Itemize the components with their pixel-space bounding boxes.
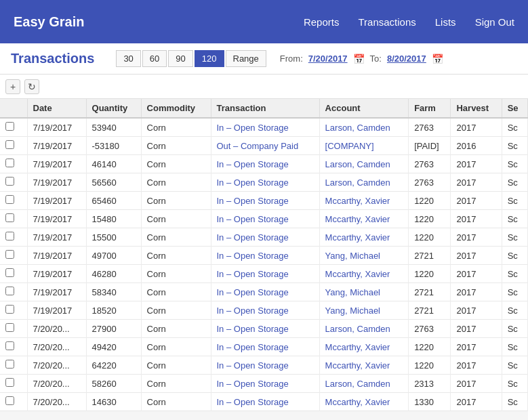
row-farm: 2763 bbox=[409, 155, 451, 173]
col-date[interactable]: Date bbox=[27, 99, 86, 118]
nav-lists[interactable]: Lists bbox=[435, 16, 456, 28]
row-checkbox[interactable] bbox=[0, 173, 27, 192]
row-account[interactable]: Larson, Camden bbox=[319, 118, 409, 137]
row-transaction[interactable]: In – Open Storage bbox=[211, 356, 319, 375]
row-checkbox[interactable] bbox=[0, 155, 27, 173]
row-harvest: 2017 bbox=[451, 247, 502, 265]
table-row[interactable]: 7/19/2017 46140 Corn In – Open Storage L… bbox=[0, 155, 528, 173]
row-account[interactable]: Yang, Michael bbox=[319, 301, 409, 320]
row-transaction[interactable]: In – Open Storage bbox=[211, 173, 319, 192]
row-checkbox[interactable] bbox=[0, 301, 27, 320]
row-account[interactable]: Larson, Camden bbox=[319, 173, 409, 192]
nav-sign-out[interactable]: Sign Out bbox=[475, 16, 514, 28]
row-account[interactable]: Larson, Camden bbox=[319, 320, 409, 338]
col-farm[interactable]: Farm bbox=[409, 99, 451, 118]
col-transaction[interactable]: Transaction bbox=[211, 99, 319, 118]
row-transaction[interactable]: In – Open Storage bbox=[211, 118, 319, 137]
table-row[interactable]: 7/19/2017 15500 Corn In – Open Storage M… bbox=[0, 228, 528, 247]
row-account[interactable]: Larson, Camden bbox=[319, 155, 409, 173]
row-account[interactable]: Mccarthy, Xavier bbox=[319, 228, 409, 247]
navbar: Easy Grain Reports Transactions Lists Si… bbox=[0, 0, 528, 43]
row-checkbox[interactable] bbox=[0, 393, 27, 411]
row-transaction[interactable]: In – Open Storage bbox=[211, 247, 319, 265]
row-checkbox[interactable] bbox=[0, 265, 27, 283]
to-calendar-icon[interactable]: 📅 bbox=[432, 54, 443, 64]
row-account[interactable]: Mccarthy, Xavier bbox=[319, 192, 409, 210]
table-row[interactable]: 7/19/2017 -53180 Corn Out – Company Paid… bbox=[0, 137, 528, 155]
row-checkbox[interactable] bbox=[0, 228, 27, 247]
range-btn-range[interactable]: Range bbox=[226, 50, 266, 67]
table-row[interactable]: 7/19/2017 46280 Corn In – Open Storage M… bbox=[0, 265, 528, 283]
range-btn-120[interactable]: 120 bbox=[195, 50, 224, 67]
table-header-row: Date Quantity Commodity Transaction Acco… bbox=[0, 99, 528, 118]
from-label: From: bbox=[280, 54, 303, 64]
row-transaction[interactable]: In – Open Storage bbox=[211, 210, 319, 228]
row-account[interactable]: Mccarthy, Xavier bbox=[319, 338, 409, 356]
table-row[interactable]: 7/19/2017 58340 Corn In – Open Storage Y… bbox=[0, 283, 528, 301]
row-transaction[interactable]: In – Open Storage bbox=[211, 155, 319, 173]
row-transaction[interactable]: In – Open Storage bbox=[211, 283, 319, 301]
col-quantity[interactable]: Quantity bbox=[86, 99, 141, 118]
row-transaction[interactable]: In – Open Storage bbox=[211, 265, 319, 283]
to-date[interactable]: 8/20/2017 bbox=[387, 54, 426, 64]
row-date: 7/19/2017 bbox=[27, 210, 86, 228]
row-transaction[interactable]: In – Open Storage bbox=[211, 320, 319, 338]
table-row[interactable]: 7/20/20... 27900 Corn In – Open Storage … bbox=[0, 320, 528, 338]
row-checkbox[interactable] bbox=[0, 247, 27, 265]
row-transaction[interactable]: In – Open Storage bbox=[211, 301, 319, 320]
subheader: Transactions 30 60 90 120 Range From: 7/… bbox=[0, 43, 528, 75]
row-se: Sc bbox=[502, 210, 527, 228]
row-transaction[interactable]: In – Open Storage bbox=[211, 192, 319, 210]
col-se[interactable]: Se bbox=[502, 99, 527, 118]
table-row[interactable]: 7/20/20... 14630 Corn In – Open Storage … bbox=[0, 393, 528, 411]
row-transaction[interactable]: In – Open Storage bbox=[211, 393, 319, 411]
row-checkbox[interactable] bbox=[0, 375, 27, 393]
table-row[interactable]: 7/19/2017 65460 Corn In – Open Storage M… bbox=[0, 192, 528, 210]
row-checkbox[interactable] bbox=[0, 118, 27, 137]
row-checkbox[interactable] bbox=[0, 192, 27, 210]
table-row[interactable]: 7/19/2017 56560 Corn In – Open Storage L… bbox=[0, 173, 528, 192]
row-account[interactable]: Mccarthy, Xavier bbox=[319, 393, 409, 411]
row-harvest: 2017 bbox=[451, 393, 502, 411]
range-btn-30[interactable]: 30 bbox=[116, 50, 140, 67]
table-row[interactable]: 7/19/2017 49700 Corn In – Open Storage Y… bbox=[0, 247, 528, 265]
row-account[interactable]: Yang, Michael bbox=[319, 283, 409, 301]
row-account[interactable]: Yang, Michael bbox=[319, 247, 409, 265]
row-account[interactable]: Mccarthy, Xavier bbox=[319, 356, 409, 375]
table-row[interactable]: 7/19/2017 53940 Corn In – Open Storage L… bbox=[0, 118, 528, 137]
table-container: + ↻ Date Quantity Commodity Transaction … bbox=[0, 75, 528, 411]
row-checkbox[interactable] bbox=[0, 356, 27, 375]
from-date[interactable]: 7/20/2017 bbox=[308, 54, 348, 64]
row-checkbox[interactable] bbox=[0, 320, 27, 338]
table-row[interactable]: 7/19/2017 15480 Corn In – Open Storage M… bbox=[0, 210, 528, 228]
row-account[interactable]: Mccarthy, Xavier bbox=[319, 265, 409, 283]
table-row[interactable]: 7/20/20... 58260 Corn In – Open Storage … bbox=[0, 375, 528, 393]
nav-reports[interactable]: Reports bbox=[304, 16, 340, 28]
row-checkbox[interactable] bbox=[0, 137, 27, 155]
col-account[interactable]: Account bbox=[319, 99, 409, 118]
table-row[interactable]: 7/20/20... 49420 Corn In – Open Storage … bbox=[0, 338, 528, 356]
col-harvest[interactable]: Harvest bbox=[451, 99, 502, 118]
col-commodity[interactable]: Commodity bbox=[141, 99, 211, 118]
refresh-icon[interactable]: ↻ bbox=[24, 79, 39, 94]
table-row[interactable]: 7/20/20... 64220 Corn In – Open Storage … bbox=[0, 356, 528, 375]
row-commodity: Corn bbox=[141, 137, 211, 155]
row-checkbox[interactable] bbox=[0, 338, 27, 356]
table-row[interactable]: 7/19/2017 18520 Corn In – Open Storage Y… bbox=[0, 301, 528, 320]
range-btn-60[interactable]: 60 bbox=[142, 50, 167, 67]
row-transaction[interactable]: In – Open Storage bbox=[211, 338, 319, 356]
row-checkbox[interactable] bbox=[0, 283, 27, 301]
row-transaction[interactable]: In – Open Storage bbox=[211, 228, 319, 247]
nav-transactions[interactable]: Transactions bbox=[358, 16, 415, 28]
row-transaction[interactable]: Out – Company Paid bbox=[211, 137, 319, 155]
row-transaction[interactable]: In – Open Storage bbox=[211, 375, 319, 393]
row-date: 7/19/2017 bbox=[27, 247, 86, 265]
row-checkbox[interactable] bbox=[0, 210, 27, 228]
from-calendar-icon[interactable]: 📅 bbox=[353, 54, 365, 64]
range-btn-90[interactable]: 90 bbox=[168, 50, 192, 67]
row-account[interactable]: Mccarthy, Xavier bbox=[319, 210, 409, 228]
row-account[interactable]: [COMPANY] bbox=[319, 137, 409, 155]
row-farm: 2313 bbox=[409, 375, 451, 393]
row-account[interactable]: Larson, Camden bbox=[319, 375, 409, 393]
add-icon[interactable]: + bbox=[5, 79, 20, 94]
